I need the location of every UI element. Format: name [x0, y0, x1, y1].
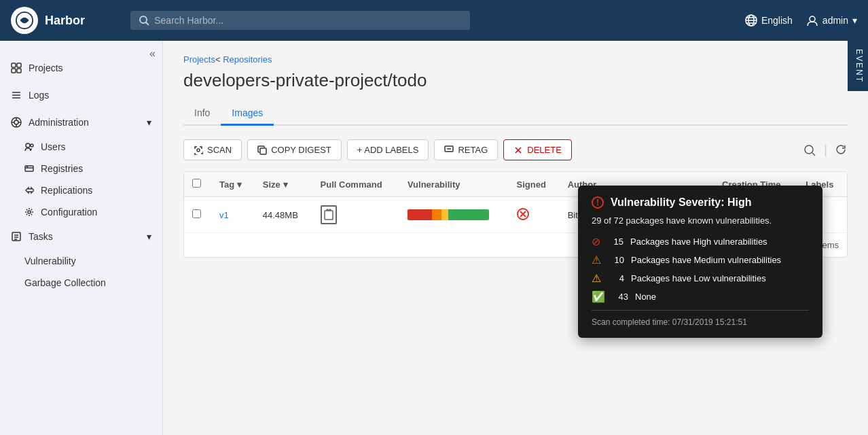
- vulnerability-bar[interactable]: [408, 209, 489, 220]
- event-panel[interactable]: EVENT: [848, 41, 868, 91]
- row-checkbox-cell[interactable]: [184, 197, 211, 233]
- replication-icon: [24, 186, 34, 195]
- retag-icon: [444, 145, 454, 155]
- size-column-header[interactable]: Size ▾: [255, 172, 312, 197]
- copy-digest-button[interactable]: COPY DIGEST: [247, 139, 342, 160]
- row-checkbox[interactable]: [192, 209, 201, 218]
- search-input[interactable]: [154, 15, 462, 26]
- sidebar-item-replications[interactable]: Replications: [14, 179, 162, 201]
- vuln-orange-segment: [432, 209, 441, 220]
- sidebar-replications-label: Replications: [41, 185, 92, 196]
- sidebar-item-configuration[interactable]: Configuration: [14, 201, 162, 223]
- registry-icon: [24, 164, 34, 173]
- svg-rect-11: [12, 69, 16, 73]
- sidebar-item-projects[interactable]: Projects: [0, 54, 162, 82]
- select-all-checkbox[interactable]: [192, 179, 201, 188]
- tag-link[interactable]: v1: [219, 210, 229, 220]
- vulnerability-cell[interactable]: [399, 197, 509, 233]
- size-cell: 44.48MB: [255, 197, 312, 233]
- pull-command-cell[interactable]: [312, 197, 399, 233]
- tab-images[interactable]: Images: [221, 102, 274, 126]
- signed-cell: [509, 197, 560, 233]
- user-menu[interactable]: admin ▾: [806, 14, 857, 27]
- severity-icon: !: [592, 196, 604, 209]
- sidebar-logs-label: Logs: [29, 90, 49, 101]
- table-search-icon[interactable]: [803, 144, 816, 156]
- signed-column-header: Signed: [509, 172, 560, 197]
- retag-button[interactable]: RETAG: [434, 139, 498, 160]
- vulnerability-column-header: Vulnerability: [399, 172, 509, 197]
- delete-button[interactable]: DELETE: [503, 139, 572, 160]
- vuln-none-row: ✅ 43 None: [592, 290, 809, 303]
- high-icon: ⊘: [592, 235, 600, 248]
- sidebar-administration-children: Users Registries Replications: [0, 136, 162, 223]
- svg-point-22: [26, 143, 30, 147]
- delete-icon: [513, 145, 523, 155]
- none-count: 43: [612, 292, 628, 302]
- sidebar-collapse-button[interactable]: «: [149, 48, 156, 60]
- globe-icon: [745, 14, 757, 27]
- sidebar-item-vulnerability[interactable]: Vulnerability: [14, 250, 162, 272]
- low-icon: ⚠: [592, 272, 601, 285]
- medium-label: Packages have Medium vulnerabilities: [631, 255, 781, 265]
- clipboard-icon: [323, 209, 334, 221]
- sidebar-configuration-label: Configuration: [41, 207, 97, 218]
- svg-point-1: [140, 16, 147, 23]
- low-count: 4: [608, 273, 624, 283]
- user-label: admin: [822, 15, 848, 26]
- vuln-green-segment: [448, 209, 489, 220]
- svg-point-32: [197, 149, 200, 152]
- tab-bar: Info Images: [183, 102, 848, 126]
- refresh-icon[interactable]: [835, 144, 848, 156]
- sidebar-administration-section[interactable]: Administration ▾: [0, 109, 162, 136]
- tooltip-header: ! Vulnerability Severity: High: [592, 196, 809, 209]
- svg-point-27: [28, 211, 31, 213]
- copy-command-icon[interactable]: [321, 205, 337, 224]
- vuln-yellow-segment: [441, 209, 448, 220]
- main-content: Projects< Repositories developers-privat…: [163, 41, 868, 435]
- sidebar-item-logs[interactable]: Logs: [0, 82, 162, 109]
- sidebar-item-garbage-collection[interactable]: Garbage Collection: [14, 272, 162, 294]
- scan-button[interactable]: SCAN: [183, 139, 242, 160]
- svg-point-8: [810, 16, 815, 22]
- vuln-red-segment: [408, 209, 432, 220]
- pull-command-column-header: Pull Command: [312, 172, 399, 197]
- sidebar-item-registries[interactable]: Registries: [14, 158, 162, 179]
- config-icon: [24, 207, 34, 217]
- language-label: English: [761, 15, 793, 26]
- add-labels-button[interactable]: + ADD LABELS: [347, 139, 429, 160]
- admin-icon: [11, 117, 22, 128]
- svg-rect-33: [260, 148, 266, 154]
- topbar-right: English admin ▾: [745, 14, 857, 27]
- svg-point-38: [805, 145, 813, 154]
- logo-icon: [11, 7, 38, 34]
- breadcrumb-projects-link[interactable]: Projects: [183, 54, 215, 65]
- svg-point-23: [31, 144, 33, 147]
- breadcrumb-repositories-link[interactable]: Repositories: [223, 54, 272, 65]
- user-icon: [806, 14, 818, 27]
- tooltip-summary: 29 of 72 packages have known vulnerabili…: [592, 215, 809, 226]
- search-icon: [139, 15, 149, 26]
- svg-rect-40: [325, 211, 333, 220]
- select-all-header[interactable]: [184, 172, 211, 197]
- tag-column-header[interactable]: Tag ▾: [211, 172, 255, 197]
- svg-line-39: [812, 153, 815, 156]
- copy-icon: [257, 145, 267, 155]
- scan-time: Scan completed time: 07/31/2019 15:21:51: [592, 310, 809, 327]
- tab-info[interactable]: Info: [183, 102, 221, 126]
- sidebar-administration-label: Administration: [29, 117, 89, 128]
- action-bar: SCAN COPY DIGEST + ADD LABELS RETAG: [183, 139, 848, 160]
- sidebar-tasks-section[interactable]: Tasks ▾: [0, 223, 162, 250]
- sidebar-registries-label: Registries: [41, 163, 83, 174]
- medium-icon: ⚠: [592, 254, 601, 266]
- vulnerability-tooltip: ! Vulnerability Severity: High 29 of 72 …: [578, 186, 822, 338]
- svg-rect-12: [17, 69, 21, 73]
- users-icon: [24, 142, 34, 152]
- sidebar-users-label: Users: [41, 141, 66, 152]
- language-button[interactable]: English: [745, 14, 793, 27]
- sidebar-item-users[interactable]: Users: [14, 136, 162, 158]
- chevron-down-icon: ▾: [852, 15, 857, 26]
- sidebar-tasks-label: Tasks: [29, 231, 53, 242]
- search-bar[interactable]: [130, 11, 470, 30]
- tag-sort-icon: ▾: [237, 179, 242, 190]
